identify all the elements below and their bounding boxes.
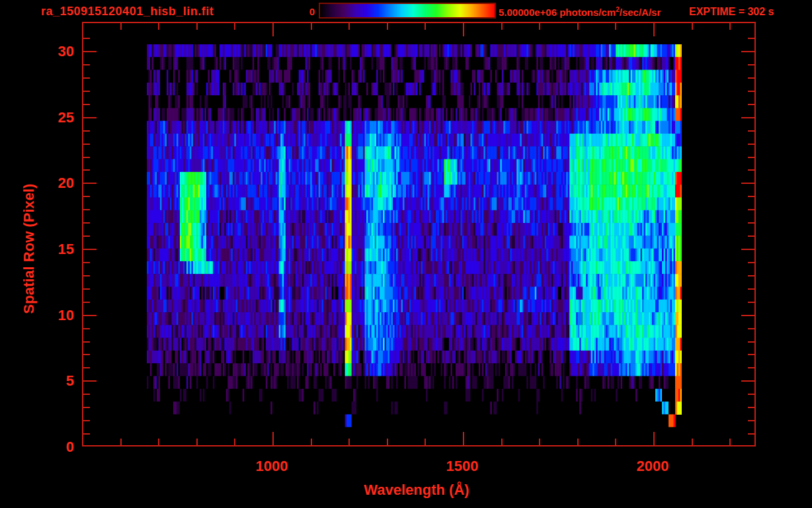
y-minor-tick bbox=[748, 302, 754, 303]
x-minor-tick bbox=[692, 23, 693, 30]
y-minor-tick bbox=[748, 354, 754, 355]
x-minor-tick bbox=[348, 23, 350, 30]
y-minor-tick bbox=[748, 157, 754, 158]
y-tick-label: 30 bbox=[37, 43, 74, 60]
y-major-tick bbox=[741, 117, 754, 118]
y-minor-tick bbox=[748, 275, 754, 276]
y-minor-tick bbox=[748, 262, 754, 263]
y-minor-tick bbox=[748, 394, 754, 395]
x-minor-tick bbox=[348, 439, 350, 445]
x-major-tick bbox=[463, 432, 464, 445]
x-minor-tick bbox=[577, 439, 579, 445]
y-minor-tick bbox=[83, 302, 90, 303]
y-major-tick bbox=[741, 315, 754, 316]
y-major-tick bbox=[83, 183, 97, 184]
x-minor-tick bbox=[387, 23, 388, 30]
y-tick-label: 10 bbox=[37, 307, 74, 324]
x-minor-tick bbox=[234, 23, 235, 30]
x-minor-tick bbox=[615, 23, 616, 30]
x-minor-tick bbox=[539, 23, 540, 30]
y-major-tick bbox=[741, 51, 754, 52]
y-major-tick bbox=[83, 315, 97, 316]
y-minor-tick bbox=[748, 130, 754, 132]
y-minor-tick bbox=[83, 367, 90, 368]
x-minor-tick bbox=[387, 439, 388, 445]
x-axis-title: Wavelength (Å) bbox=[364, 482, 469, 499]
y-minor-tick bbox=[748, 77, 754, 79]
y-minor-tick bbox=[748, 235, 754, 237]
y-minor-tick bbox=[748, 64, 754, 65]
y-minor-tick bbox=[83, 209, 90, 210]
y-minor-tick bbox=[83, 157, 90, 158]
y-minor-tick bbox=[83, 394, 90, 395]
y-minor-tick bbox=[83, 91, 90, 92]
y-minor-tick bbox=[83, 38, 90, 39]
x-minor-tick bbox=[311, 23, 312, 30]
y-tick-label: 0 bbox=[37, 439, 74, 456]
x-minor-tick bbox=[539, 439, 540, 445]
y-minor-tick bbox=[748, 407, 754, 408]
y-minor-tick bbox=[83, 235, 90, 237]
y-minor-tick bbox=[83, 262, 90, 263]
y-minor-tick bbox=[83, 130, 90, 132]
colorbar-min-label: 0 bbox=[299, 6, 315, 17]
x-minor-tick bbox=[729, 439, 731, 445]
y-minor-tick bbox=[748, 288, 754, 290]
y-minor-tick bbox=[83, 433, 90, 435]
y-minor-tick bbox=[748, 420, 754, 421]
x-tick-label: 1000 bbox=[242, 458, 302, 475]
y-minor-tick bbox=[83, 288, 90, 290]
y-minor-tick bbox=[83, 77, 90, 79]
x-minor-tick bbox=[311, 439, 312, 445]
x-minor-tick bbox=[120, 439, 122, 445]
exptime-label: EXPTIME = 302 s bbox=[689, 6, 774, 18]
x-minor-tick bbox=[120, 23, 122, 30]
x-minor-tick bbox=[425, 23, 426, 30]
y-minor-tick bbox=[83, 341, 90, 343]
y-minor-tick bbox=[83, 196, 90, 197]
y-minor-tick bbox=[748, 433, 754, 435]
y-major-tick bbox=[741, 183, 754, 184]
y-minor-tick bbox=[83, 169, 90, 171]
y-minor-tick bbox=[83, 407, 90, 408]
colorbar-units-suffix: /sec/A/sr bbox=[620, 7, 661, 18]
y-minor-tick bbox=[748, 328, 754, 329]
y-minor-tick bbox=[748, 341, 754, 343]
x-major-tick bbox=[272, 432, 274, 445]
x-minor-tick bbox=[615, 439, 616, 445]
y-minor-tick bbox=[748, 144, 754, 145]
file-title: ra_150915120401_hisb_lin.fit bbox=[41, 5, 214, 19]
x-minor-tick bbox=[692, 439, 693, 445]
y-tick-label: 5 bbox=[37, 372, 74, 390]
y-minor-tick bbox=[83, 64, 90, 65]
x-major-tick bbox=[653, 432, 655, 445]
y-major-tick bbox=[741, 380, 754, 382]
colorbar-units-prefix: photons/cm bbox=[557, 7, 616, 18]
x-minor-tick bbox=[729, 23, 731, 30]
y-major-tick bbox=[83, 249, 97, 250]
y-minor-tick bbox=[748, 222, 754, 224]
y-minor-tick bbox=[83, 354, 90, 355]
x-major-tick bbox=[272, 23, 274, 36]
colorbar-max-units-label: 5.00000e+06 photons/cm2/sec/A/sr bbox=[499, 6, 661, 18]
y-minor-tick bbox=[748, 91, 754, 92]
y-tick-label: 25 bbox=[37, 109, 74, 126]
colorbar bbox=[319, 3, 496, 19]
y-minor-tick bbox=[83, 104, 90, 105]
y-minor-tick bbox=[748, 169, 754, 171]
x-minor-tick bbox=[234, 439, 235, 445]
y-major-tick bbox=[83, 117, 97, 118]
y-minor-tick bbox=[83, 222, 90, 224]
y-minor-tick bbox=[748, 209, 754, 210]
x-tick-label: 2000 bbox=[623, 458, 682, 475]
y-major-tick bbox=[83, 380, 97, 382]
x-minor-tick bbox=[501, 23, 503, 30]
y-tick-label: 20 bbox=[37, 175, 74, 192]
x-minor-tick bbox=[158, 23, 159, 30]
y-minor-tick bbox=[83, 328, 90, 329]
y-major-tick bbox=[741, 249, 754, 250]
x-major-tick bbox=[463, 23, 464, 36]
x-minor-tick bbox=[158, 439, 159, 445]
spectrogram-heatmap bbox=[147, 44, 682, 440]
y-minor-tick bbox=[748, 38, 754, 39]
